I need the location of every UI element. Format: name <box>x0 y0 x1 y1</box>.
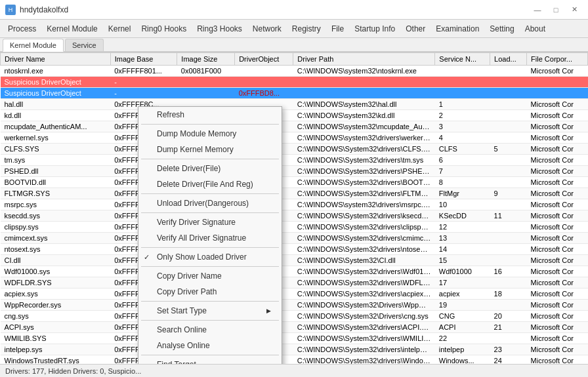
col-header-driverobject[interactable]: DriverObject <box>235 53 293 66</box>
table-row[interactable]: Suspicious DriverObject- <box>1 77 588 88</box>
context-menu-item-refresh[interactable]: Refresh <box>138 107 282 123</box>
minimize-button[interactable]: — <box>529 3 546 16</box>
context-menu-item-delete-driver-file-[interactable]: Delete Driver(File) <box>138 161 282 176</box>
menu-item-setting[interactable]: Setting <box>484 20 519 37</box>
table-row[interactable]: CI.dll0xFFFFF8C...C:\WINDOWS\System32\CI… <box>1 255 588 266</box>
context-menu-separator <box>141 212 279 213</box>
menu-item-kernel-module[interactable]: Kernel Module <box>41 20 102 37</box>
table-row[interactable]: kd.dll0xFFFFF8C...C:\WINDOWS\system32\kd… <box>1 110 588 121</box>
col-header-file-corpor---[interactable]: File Corpor... <box>527 53 588 66</box>
table-row[interactable]: CLFS.SYS0xFFFFF8C...C:\WINDOWS\System32\… <box>1 144 588 155</box>
table-row[interactable]: ACPI.sys0xFFFFF8C...C:\WINDOWS\System32\… <box>1 322 588 333</box>
table-cell: acpiex <box>435 288 490 300</box>
maximize-button[interactable]: □ <box>547 3 564 16</box>
table-cell: PSHED.dll <box>1 166 111 177</box>
table-cell: tm.sys <box>1 155 111 166</box>
context-menu-item-delete-driver-file-and-reg-[interactable]: Delete Driver(File And Reg) <box>138 176 282 192</box>
context-menu-item-analyse-online[interactable]: Analyse Online <box>138 338 282 353</box>
table-cell: Microsoft Cor <box>527 277 588 288</box>
table-row[interactable]: werkernel.sys0xFFFFF8C...C:\WINDOWS\syst… <box>1 132 588 144</box>
table-row[interactable]: clipspy.sys0xFFFFF8C...C:\WINDOWS\System… <box>1 222 588 233</box>
table-cell: 10 <box>435 199 490 210</box>
table-row[interactable]: ksecdd.sys0xFFFFF8C...C:\WINDOWS\System3… <box>1 210 588 222</box>
table-cell <box>490 88 527 99</box>
context-menu-item-unload-driver-dangerous-[interactable]: Unload Driver(Dangerous) <box>138 195 282 211</box>
table-cell: C:\WINDOWS\System32\drivers\WMILIB.SYS <box>293 333 435 344</box>
col-header-service-n---[interactable]: Service N... <box>435 53 490 66</box>
table-cell <box>490 132 527 144</box>
table-row[interactable]: FLTMGR.SYS0xFFFFF8C...C:\WINDOWS\System3… <box>1 188 588 199</box>
menu-item-about[interactable]: About <box>520 20 551 37</box>
table-cell: 24 <box>490 355 527 365</box>
table-cell: C:\WINDOWS\System32\drivers\CLFS.SYS <box>293 144 435 155</box>
table-row[interactable]: hal.dll0xFFFFF8C...C:\WINDOWS\system32\h… <box>1 99 588 110</box>
menu-item-file[interactable]: File <box>326 20 349 37</box>
table-cell: Microsoft Cor <box>527 144 588 155</box>
menu-item-startup-info[interactable]: Startup Info <box>349 20 400 37</box>
context-menu-item-dump-kernel-memory[interactable]: Dump Kernel Memory <box>138 142 282 157</box>
table-row[interactable]: msrpc.sys0xFFFFF8C...C:\WINDOWS\system32… <box>1 199 588 210</box>
table-row[interactable]: acpiex.sys0xFFFFF8C...C:\WINDOWS\System3… <box>1 288 588 300</box>
col-header-driver-name[interactable]: Driver Name <box>1 53 111 66</box>
table-cell: Microsoft Cor <box>527 255 588 266</box>
context-menu-item-search-online[interactable]: Search Online <box>138 322 282 338</box>
table-cell: Microsoft Cor <box>527 355 588 365</box>
table-row[interactable]: WppRecorder.sys0xFFFFF8C...C:\WINDOWS\Sy… <box>1 300 588 311</box>
menu-item-ring3-hooks[interactable]: Ring3 Hooks <box>192 20 247 37</box>
tab-kernel-module[interactable]: Kernel Module <box>3 39 64 52</box>
table-row[interactable]: WDFLDR.SYS0xFFFFF8C...C:\WINDOWS\System3… <box>1 277 588 288</box>
table-cell <box>490 300 527 311</box>
table-row[interactable]: tm.sys0xFFFFF8C...C:\WINDOWS\System32\dr… <box>1 155 588 166</box>
status-bar: Drivers: 177, Hidden Drivers: 0, Suspici… <box>0 364 588 377</box>
context-menu-item-copy-driver-path[interactable]: Copy Driver Path <box>138 284 282 300</box>
col-header-driver-path[interactable]: Driver Path <box>293 53 435 66</box>
table-row[interactable]: Suspicious DriverObject-0xFFFBD8... <box>1 88 588 99</box>
table-cell <box>490 99 527 110</box>
context-menu-item-copy-driver-name[interactable]: Copy Driver Name <box>138 268 282 284</box>
menu-item-process[interactable]: Process <box>3 20 41 37</box>
table-row[interactable]: WindowsTrustedRT.sys0xFFFFF8C...C:\WINDO… <box>1 355 588 365</box>
table-row[interactable]: mcupdate_AuthenticAM...0xFFFFF8C...C:\WI… <box>1 121 588 132</box>
context-menu-separator <box>141 159 279 159</box>
table-cell: 20 <box>490 311 527 322</box>
context-menu-item-dump-module-memory[interactable]: Dump Module Memory <box>138 126 282 142</box>
menu-item-kernel[interactable]: Kernel <box>103 20 136 37</box>
tab-service[interactable]: Service <box>65 39 104 51</box>
context-menu-item-verify-all-driver-signatrue[interactable]: Verify All Driver Signatrue <box>138 230 282 246</box>
table-row[interactable]: PSHED.dll0xFFFFF8C...C:\WINDOWS\System32… <box>1 166 588 177</box>
table-cell: intelpep.sys <box>1 344 111 355</box>
table-cell: WMILIB.SYS <box>1 333 111 344</box>
table-row[interactable]: BOOTVID.dll0xFFFFF8C...C:\WINDOWS\System… <box>1 177 588 188</box>
context-menu-item-only-show-loaded-driver[interactable]: Only Show Loaded Driver <box>138 249 282 265</box>
close-button[interactable]: ✕ <box>566 3 583 16</box>
menu-item-ring0-hooks[interactable]: Ring0 Hooks <box>136 20 192 37</box>
col-header-image-size[interactable]: Image Size <box>177 53 235 66</box>
table-cell: 13 <box>435 233 490 244</box>
menu-item-other[interactable]: Other <box>400 20 430 37</box>
table-cell <box>490 155 527 166</box>
status-text: Drivers: 177, Hidden Drivers: 0, Suspici… <box>5 367 141 375</box>
table-row[interactable]: Wdf01000.sys0xFFFFF8C...C:\WINDOWS\Syste… <box>1 266 588 277</box>
context-menu-item-verify-driver-signature[interactable]: Verify Driver Signature <box>138 214 282 230</box>
context-menu-item-find-target[interactable]: Find Target <box>138 357 282 364</box>
table-row[interactable]: intelpep.sys0xFFFFF8C...C:\WINDOWS\Syste… <box>1 344 588 355</box>
table-row[interactable]: ntosext.sys0xFFFFF8C...C:\WINDOWS\System… <box>1 244 588 255</box>
table-row[interactable]: WMILIB.SYS0xFFFFF8C...C:\WINDOWS\System3… <box>1 333 588 344</box>
table-cell: 21 <box>490 322 527 333</box>
col-header-image-base[interactable]: Image Base <box>110 53 177 66</box>
table-container[interactable]: Driver NameImage BaseImage SizeDriverObj… <box>0 52 588 364</box>
table-cell: Microsoft Cor <box>527 166 588 177</box>
menu-item-network[interactable]: Network <box>247 20 287 37</box>
table-cell: 2 <box>435 110 490 121</box>
table-row[interactable]: cng.sys0xFFFFF8C...C:\WINDOWS\System32\D… <box>1 311 588 322</box>
table-cell <box>527 77 588 88</box>
table-row[interactable]: ntoskrnl.exe0xFFFFF801...0x0081F000C:\WI… <box>1 66 588 77</box>
menu-item-examination[interactable]: Examination <box>430 20 484 37</box>
col-header-load---[interactable]: Load... <box>490 53 527 66</box>
table-cell <box>490 77 527 88</box>
table-row[interactable]: cmimcext.sys0xFFFFF8C...C:\WINDOWS\Syste… <box>1 233 588 244</box>
context-menu-separator <box>141 301 279 302</box>
menu-item-registry[interactable]: Registry <box>287 20 326 37</box>
context-menu-item-set-start-type[interactable]: Set Start Type <box>138 303 282 319</box>
table-cell <box>235 77 293 88</box>
